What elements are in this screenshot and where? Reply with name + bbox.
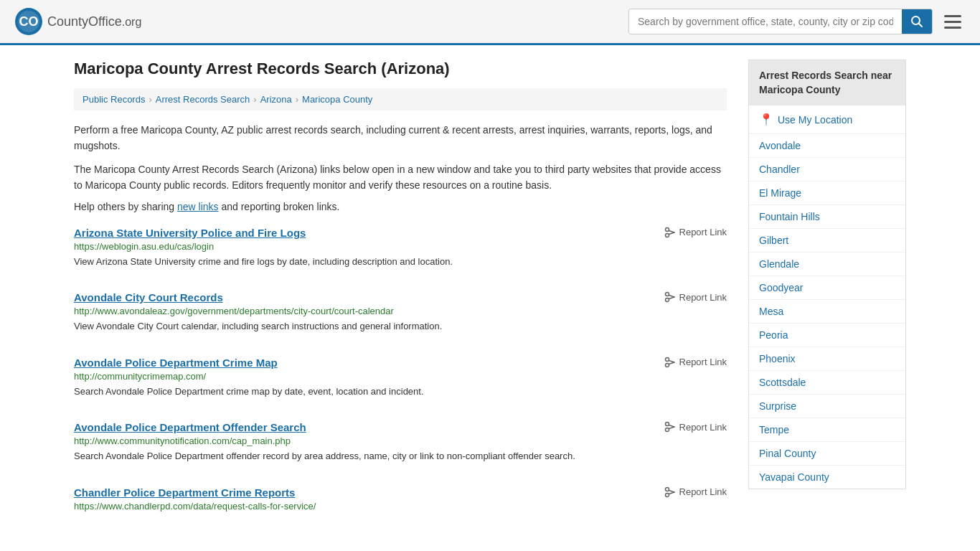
record-entry-1: Avondale City Court Records Report Link …: [74, 291, 727, 341]
search-button[interactable]: [902, 9, 932, 34]
svg-point-5: [665, 227, 669, 231]
report-link-btn-3[interactable]: Report Link: [664, 421, 727, 433]
scissors-icon-2: [664, 357, 676, 368]
sidebar-link-peoria[interactable]: Peoria: [749, 324, 905, 347]
svg-point-17: [665, 423, 669, 426]
sidebar-links-container: AvondaleChandlerEl MirageFountain HillsG…: [749, 134, 905, 489]
record-title-link-3[interactable]: Avondale Police Department Offender Sear…: [74, 421, 306, 433]
record-desc-2: Search Avondale Police Department crime …: [74, 385, 727, 399]
record-title-link-4[interactable]: Chandler Police Department Crime Reports: [74, 486, 295, 499]
location-pin-icon: 📍: [759, 113, 773, 126]
record-title-link-1[interactable]: Avondale City Court Records: [74, 291, 223, 303]
search-icon: [910, 15, 923, 28]
description-para-1: Perform a free Maricopa County, AZ publi…: [74, 122, 727, 154]
breadcrumb-sep-3: ›: [296, 94, 298, 105]
breadcrumb: Public Records › Arrest Records Search ›…: [74, 88, 727, 110]
record-url-1[interactable]: http://www.avondaleaz.gov/government/dep…: [74, 306, 727, 316]
record-title-row-1: Avondale City Court Records Report Link: [74, 291, 727, 303]
svg-point-14: [665, 363, 669, 367]
scissors-icon-4: [664, 486, 676, 498]
sidebar-link-chandler[interactable]: Chandler: [749, 158, 905, 182]
breadcrumb-maricopa-county[interactable]: Maricopa County: [302, 94, 372, 105]
sidebar-link-pinal-county[interactable]: Pinal County: [749, 442, 905, 466]
logo-text: CountyOffice.org: [47, 14, 141, 29]
sidebar-link-surprise[interactable]: Surprise: [749, 395, 905, 418]
description-para-2: The Maricopa County Arrest Records Searc…: [74, 161, 727, 194]
report-link-btn-0[interactable]: Report Link: [664, 227, 727, 238]
use-my-location-button[interactable]: 📍 Use My Location: [749, 105, 905, 134]
page-title: Maricopa County Arrest Records Search (A…: [74, 60, 727, 78]
record-desc-0: View Arizona State University crime and …: [74, 255, 727, 269]
svg-line-8: [669, 232, 674, 235]
report-link-label-0: Report Link: [679, 227, 727, 237]
breadcrumb-sep-1: ›: [149, 94, 151, 105]
sidebar-link-tempe[interactable]: Tempe: [749, 418, 905, 442]
sidebar-link-gilbert[interactable]: Gilbert: [749, 229, 905, 253]
record-url-4[interactable]: https://www.chandlerpd.com/data/request-…: [74, 501, 727, 512]
sidebar-link-avondale[interactable]: Avondale: [749, 134, 905, 158]
record-desc-3: Search Avondale Police Department offend…: [74, 449, 727, 463]
report-link-label-1: Report Link: [679, 292, 727, 303]
use-location-label: Use My Location: [778, 114, 852, 126]
sidebar-link-glendale[interactable]: Glendale: [749, 253, 905, 276]
record-title-link-2[interactable]: Avondale Police Department Crime Map: [74, 357, 278, 369]
svg-line-12: [669, 297, 674, 299]
report-link-label-3: Report Link: [679, 422, 727, 433]
record-url-2[interactable]: http://communitycrimemap.com/: [74, 371, 727, 382]
sidebar-header: Arrest Records Search near Maricopa Coun…: [749, 60, 905, 105]
sidebar: Arrest Records Search near Maricopa Coun…: [748, 60, 906, 537]
record-entry-2: Avondale Police Department Crime Map Rep…: [74, 357, 727, 406]
svg-point-9: [665, 293, 669, 296]
svg-line-4: [919, 24, 923, 27]
scissors-icon-1: [664, 291, 676, 303]
record-url-3[interactable]: http://www.communitynotification.com/cap…: [74, 435, 727, 446]
svg-point-21: [665, 487, 669, 491]
search-bar: [628, 9, 933, 34]
record-title-row-3: Avondale Police Department Offender Sear…: [74, 421, 727, 433]
sidebar-link-yavapai-county[interactable]: Yavapai County: [749, 466, 905, 489]
new-links-link[interactable]: new links: [177, 201, 219, 212]
record-desc-1: View Avondale City Court calendar, inclu…: [74, 319, 727, 334]
sidebar-link-el-mirage[interactable]: El Mirage: [749, 182, 905, 205]
breadcrumb-public-records[interactable]: Public Records: [83, 94, 145, 105]
hamburger-line-2: [944, 21, 961, 23]
svg-point-10: [665, 298, 669, 302]
record-title-link-0[interactable]: Arizona State University Police and Fire…: [74, 227, 306, 239]
records-list: Arizona State University Police and Fire…: [74, 227, 727, 522]
svg-point-13: [665, 357, 669, 361]
breadcrumb-sep-2: ›: [253, 94, 256, 105]
breadcrumb-arizona[interactable]: Arizona: [260, 94, 292, 105]
sidebar-link-phoenix[interactable]: Phoenix: [749, 347, 905, 371]
sidebar-box: Arrest Records Search near Maricopa Coun…: [748, 60, 906, 489]
help-text: Help others by sharing new links and rep…: [74, 201, 727, 212]
record-entry-3: Avondale Police Department Offender Sear…: [74, 421, 727, 471]
record-title-row-0: Arizona State University Police and Fire…: [74, 227, 727, 239]
record-url-0[interactable]: https://weblogin.asu.edu/cas/login: [74, 241, 727, 252]
svg-point-18: [665, 428, 669, 432]
sidebar-link-fountain-hills[interactable]: Fountain Hills: [749, 205, 905, 229]
header-right: [628, 9, 966, 34]
sidebar-link-scottsdale[interactable]: Scottsdale: [749, 371, 905, 395]
sidebar-link-goodyear[interactable]: Goodyear: [749, 276, 905, 300]
report-link-btn-4[interactable]: Report Link: [664, 486, 727, 498]
sidebar-link-mesa[interactable]: Mesa: [749, 300, 905, 324]
svg-text:CO: CO: [19, 14, 39, 29]
report-link-label-2: Report Link: [679, 357, 727, 367]
report-link-label-4: Report Link: [679, 486, 727, 497]
report-link-btn-2[interactable]: Report Link: [664, 357, 727, 368]
logo-icon: CO: [14, 7, 43, 36]
record-title-row-4: Chandler Police Department Crime Reports…: [74, 486, 727, 499]
logo[interactable]: CO CountyOffice.org: [14, 7, 141, 36]
search-input[interactable]: [629, 11, 902, 32]
hamburger-menu-button[interactable]: [940, 11, 966, 33]
report-link-btn-1[interactable]: Report Link: [664, 291, 727, 303]
svg-line-24: [669, 492, 674, 494]
record-entry-4: Chandler Police Department Crime Reports…: [74, 486, 727, 522]
hamburger-line-1: [944, 15, 961, 17]
scissors-icon-3: [664, 421, 676, 433]
svg-line-20: [669, 427, 674, 429]
content-area: Maricopa County Arrest Records Search (A…: [74, 60, 727, 537]
breadcrumb-arrest-records-search[interactable]: Arrest Records Search: [156, 94, 250, 105]
svg-point-22: [665, 493, 669, 496]
scissors-icon-0: [664, 227, 676, 238]
